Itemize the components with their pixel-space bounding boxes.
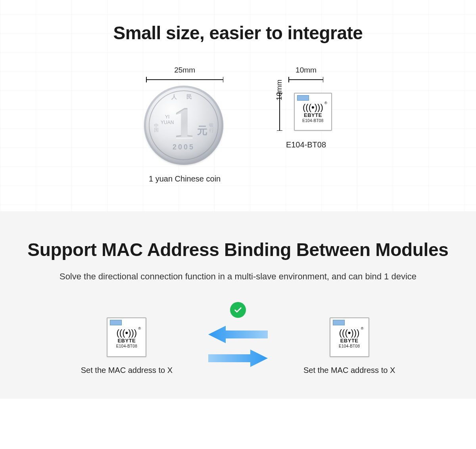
bidirectional-arrows: [204, 323, 272, 370]
diagram-left-module: (((•)))® EBYTE E104-BT08 Set the MAC add…: [81, 317, 173, 375]
module-brand: EBYTE: [304, 112, 322, 118]
coin-yi: YIYUAN: [161, 114, 174, 126]
coin-item: 25mm 人 民 中 国 银 行 YIYUAN 1 元: [144, 66, 225, 183]
diagram-right-module: (((•)))® EBYTE E104-BT08 Set the MAC add…: [303, 317, 395, 375]
section2-title: Support MAC Address Binding Between Modu…: [0, 239, 476, 260]
right-module-model: E104-BT08: [339, 344, 360, 348]
arrow-left-icon: [208, 326, 268, 343]
check-icon: [230, 302, 246, 318]
left-module-brand: EBYTE: [117, 338, 136, 344]
mac-binding-section: Support MAC Address Binding Between Modu…: [0, 211, 476, 399]
section1-title: Small size, easier to integrate: [0, 22, 476, 44]
right-module-caption: Set the MAC address to X: [303, 366, 395, 375]
right-module-brand: EBYTE: [340, 338, 359, 344]
right-module-image: (((•)))® EBYTE E104-BT08: [330, 317, 369, 357]
coin-image: 人 民 中 国 银 行 YIYUAN 1 元 2005: [144, 86, 223, 165]
module-model: E104-BT08: [302, 118, 323, 123]
module-image: (((•)))® EBYTE E104-BT08: [294, 93, 332, 131]
section2-subtitle: Solve the directional connection functio…: [0, 271, 476, 282]
arrow-right-icon: [208, 350, 268, 367]
module-chip-icon: [297, 95, 309, 101]
coin-year: 2005: [150, 143, 218, 151]
module-width-bar: [288, 77, 323, 82]
coin-unit: 元: [197, 124, 207, 138]
left-module-model: E104-BT08: [116, 344, 137, 348]
left-module-image: (((•)))® EBYTE E104-BT08: [107, 317, 146, 357]
left-module-caption: Set the MAC address to X: [81, 366, 173, 375]
size-comparison-section: Small size, easier to integrate 25mm 人 民…: [0, 0, 476, 211]
coin-width-label: 25mm: [174, 66, 195, 75]
module-chip-icon: [333, 320, 345, 325]
coin-caption: 1 yuan Chinese coin: [149, 174, 221, 183]
coin-width-bar: [146, 77, 223, 82]
antenna-icon: (((•)))®: [117, 329, 137, 337]
comparison-row: 25mm 人 民 中 国 银 行 YIYUAN 1 元: [0, 66, 476, 183]
antenna-icon: (((•)))®: [339, 329, 360, 337]
module-item: 10mm 10mm (((•)))® EBYTE E104-BT08 E104-…: [269, 66, 332, 149]
binding-diagram: (((•)))® EBYTE E104-BT08 Set the MAC add…: [0, 317, 476, 375]
module-caption: E104-BT08: [286, 140, 326, 149]
module-width-label: 10mm: [296, 66, 317, 75]
antenna-icon: (((•)))®: [303, 103, 323, 112]
module-height-bar: [277, 93, 282, 131]
coin-number: 1: [173, 101, 195, 145]
module-chip-icon: [110, 320, 122, 325]
